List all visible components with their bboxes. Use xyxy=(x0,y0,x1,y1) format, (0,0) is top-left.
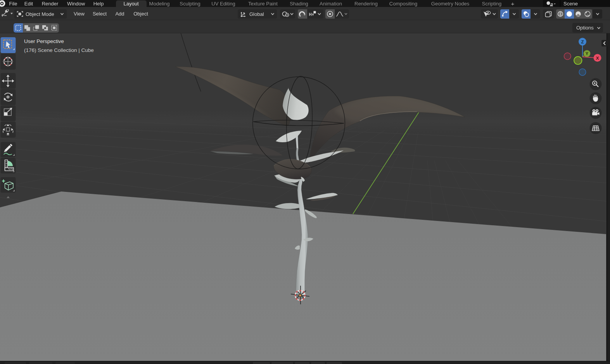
svg-text:Z: Z xyxy=(581,40,584,44)
svg-text:X: X xyxy=(596,56,599,60)
svg-text:Y: Y xyxy=(586,51,589,56)
svg-text:User Perspective: User Perspective xyxy=(24,38,64,44)
svg-text:(176) Scene Collection | Cube: (176) Scene Collection | Cube xyxy=(24,47,94,53)
